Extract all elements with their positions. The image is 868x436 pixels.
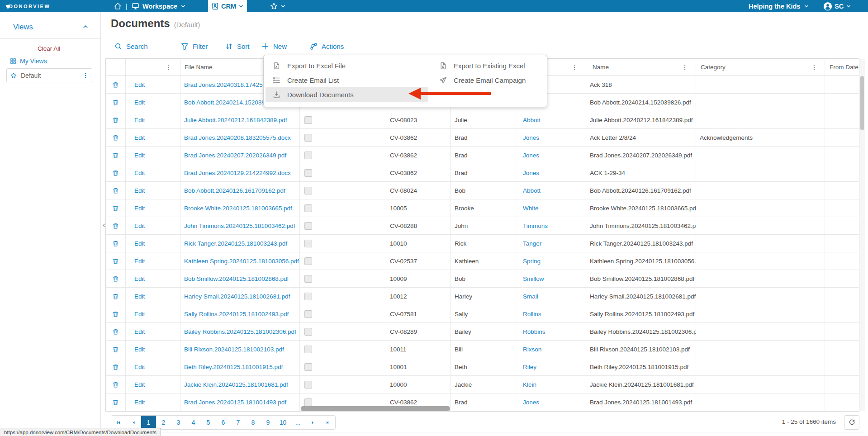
edit-link[interactable]: Edit: [134, 99, 145, 106]
trash-icon[interactable]: [112, 134, 119, 141]
trash-icon[interactable]: [112, 293, 119, 300]
row-checkbox[interactable]: [304, 204, 312, 212]
row-checkbox[interactable]: [304, 257, 312, 265]
last-name-link[interactable]: Jones: [523, 152, 539, 159]
sidebar-collapse-handle[interactable]: ‹: [100, 217, 108, 232]
trash-icon[interactable]: [112, 81, 119, 88]
row-checkbox[interactable]: [304, 346, 312, 353]
file-name-link[interactable]: John Timmons.20240125.181003462.pdf: [184, 223, 295, 229]
row-checkbox[interactable]: [304, 363, 312, 371]
home-button[interactable]: [114, 0, 122, 12]
menu-item-download-documents[interactable]: Download Documents: [266, 87, 428, 102]
page-button-1[interactable]: 1: [141, 416, 156, 429]
row-checkbox[interactable]: [304, 152, 312, 159]
edit-link[interactable]: Edit: [134, 240, 145, 247]
edit-link[interactable]: Edit: [134, 346, 145, 353]
last-name-link[interactable]: Klein: [523, 381, 536, 388]
page-button-6[interactable]: 6: [216, 416, 231, 429]
file-name-link[interactable]: Jackie Klein.20240125.181001681.pdf: [184, 381, 288, 388]
row-checkbox[interactable]: [304, 328, 312, 336]
page-button-2[interactable]: 2: [156, 416, 171, 429]
organization-menu[interactable]: Helping the Kids: [749, 0, 809, 12]
clear-all-link[interactable]: Clear All: [38, 45, 60, 52]
actions-button[interactable]: Actions: [310, 43, 344, 50]
file-name-link[interactable]: Brooke White.20240125.181003665.pdf: [184, 205, 292, 212]
row-checkbox[interactable]: [304, 169, 312, 177]
trash-icon[interactable]: [112, 399, 119, 406]
trash-icon[interactable]: [112, 117, 119, 123]
column-menu-button[interactable]: [681, 64, 688, 71]
page-button-4[interactable]: 4: [186, 416, 201, 429]
row-checkbox[interactable]: [304, 116, 312, 124]
trash-icon[interactable]: [112, 240, 119, 247]
file-name-link[interactable]: Sally Rollins.20240125.181002493.pdf: [184, 311, 289, 318]
last-name-link[interactable]: Small: [523, 293, 538, 300]
trash-icon[interactable]: [112, 275, 119, 282]
last-name-link[interactable]: White: [523, 205, 539, 212]
edit-link[interactable]: Edit: [134, 328, 145, 335]
edit-link[interactable]: Edit: [134, 134, 145, 141]
file-name-link[interactable]: Harley Small.20240125.181002681.pdf: [184, 293, 290, 300]
file-name-link[interactable]: Kathleen Spring.20240125.181003056.pdf: [184, 258, 299, 265]
file-name-link[interactable]: Beth Riley.20240125.181001915.pdf: [184, 364, 283, 370]
page-button-3[interactable]: 3: [171, 416, 186, 429]
trash-icon[interactable]: [112, 170, 119, 176]
horizontal-scrollbar-thumb[interactable]: [301, 406, 450, 411]
menu-item-create-email-list[interactable]: Create Email List: [266, 73, 428, 87]
file-name-link[interactable]: Julie Abbott.20240212.161842389.pdf: [184, 117, 287, 123]
row-checkbox[interactable]: [304, 293, 312, 300]
last-name-link[interactable]: Abbott: [523, 187, 541, 194]
row-checkbox[interactable]: [304, 222, 312, 230]
sort-button[interactable]: Sort: [225, 43, 250, 50]
page-button-5[interactable]: 5: [201, 416, 216, 429]
first-page-button[interactable]: [111, 416, 126, 429]
views-collapse-button[interactable]: [82, 24, 89, 30]
edit-link[interactable]: Edit: [134, 152, 145, 159]
file-name-link[interactable]: Bill Rixson.20240125.181002103.pdf: [184, 346, 284, 353]
row-checkbox[interactable]: [304, 187, 312, 194]
vertical-scrollbar-thumb[interactable]: [860, 76, 864, 130]
last-name-link[interactable]: Riley: [523, 364, 536, 370]
page-button-7[interactable]: 7: [231, 416, 246, 429]
last-name-link[interactable]: Rollins: [523, 311, 541, 318]
edit-link[interactable]: Edit: [134, 293, 145, 300]
trash-icon[interactable]: [112, 258, 119, 265]
edit-link[interactable]: Edit: [134, 223, 145, 229]
workspace-menu[interactable]: Workspace: [132, 0, 186, 12]
last-name-link[interactable]: Tanger: [523, 240, 541, 247]
file-name-link[interactable]: Brad Jones.20240208.183205575.docx: [184, 134, 291, 141]
favorites-menu[interactable]: [270, 0, 286, 12]
file-name-link[interactable]: Rick Tanger.20240125.181003243.pdf: [184, 240, 287, 247]
edit-link[interactable]: Edit: [134, 205, 145, 212]
row-checkbox[interactable]: [304, 240, 312, 247]
trash-icon[interactable]: [112, 205, 119, 212]
trash-icon[interactable]: [112, 223, 119, 229]
page-button-9[interactable]: 9: [261, 416, 275, 429]
trash-icon[interactable]: [112, 346, 119, 353]
previous-page-button[interactable]: [126, 416, 141, 429]
row-checkbox[interactable]: [304, 398, 312, 406]
sidebar-item-default-view[interactable]: Default: [6, 68, 92, 82]
donorview-logo[interactable]: ♥♥ DONORVIEW: [5, 0, 50, 12]
edit-link[interactable]: Edit: [134, 381, 145, 388]
row-checkbox[interactable]: [304, 310, 312, 318]
menu-item-export-to-excel-file[interactable]: Export to Excel File: [266, 58, 428, 73]
row-checkbox[interactable]: [304, 381, 312, 389]
header-name[interactable]: Name: [586, 59, 696, 76]
edit-link[interactable]: Edit: [134, 364, 145, 370]
sidebar-item-my-views[interactable]: My Views: [10, 57, 47, 65]
trash-icon[interactable]: [112, 328, 119, 335]
trash-icon[interactable]: [112, 381, 119, 388]
default-view-options-button[interactable]: [82, 72, 89, 79]
column-menu-button[interactable]: [165, 64, 172, 71]
header-category[interactable]: Category: [696, 59, 825, 76]
trash-icon[interactable]: [112, 311, 119, 318]
user-menu[interactable]: SC: [823, 0, 851, 12]
last-name-link[interactable]: Spring: [523, 258, 541, 265]
trash-icon[interactable]: [112, 187, 119, 194]
row-checkbox[interactable]: [304, 275, 312, 283]
file-name-link[interactable]: Bailey Robbins.20240125.181002306.pdf: [184, 328, 296, 335]
edit-link[interactable]: Edit: [134, 81, 145, 88]
search-button[interactable]: Search: [114, 43, 148, 50]
edit-link[interactable]: Edit: [134, 170, 145, 176]
